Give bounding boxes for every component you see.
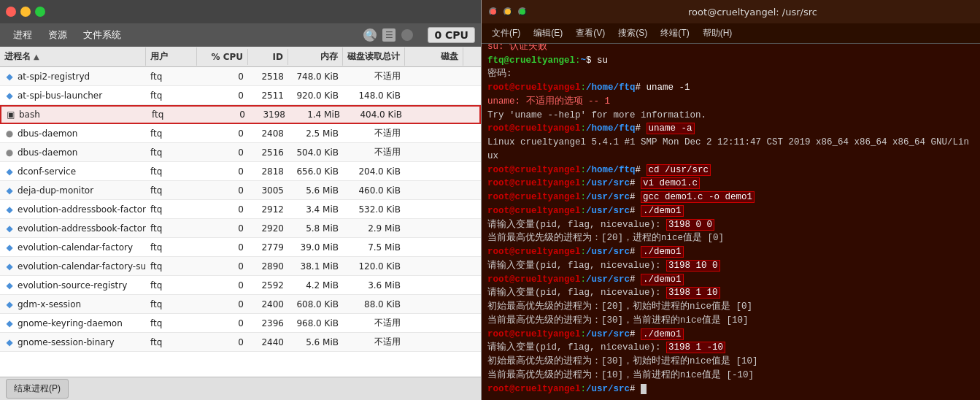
process-manager-panel: 进程 资源 文件系统 🔍 ☰ 0 CPU 进程名 ▲ 用户 % CPU ID 内…	[0, 0, 482, 400]
cpu-badge-container: 0 CPU	[422, 27, 475, 43]
td-id: 3005	[248, 184, 288, 197]
table-row[interactable]: ◆ deja-dup-monitor ftq 0 3005 5.6 MiB 46…	[0, 181, 481, 200]
term-command-highlight: ./demo1	[641, 328, 684, 340]
terminal-line: root@crueltyangel:/usr/src# ./demo1	[487, 245, 974, 259]
menu-filesystem[interactable]: 文件系统	[76, 26, 128, 45]
cpu-badge: 0 CPU	[428, 27, 475, 43]
col-header-user[interactable]: 用户	[146, 47, 197, 66]
term-menu-help[interactable]: 帮助(H)	[697, 26, 738, 41]
td-diskr: 532.0 KiB	[343, 203, 405, 216]
table-row[interactable]: ◆ evolution-calendar-factory-sub ftq 0 2…	[0, 257, 481, 276]
terminal-body[interactable]: 密码:su: 认证失败ftq@crueltyangel:~$ su密码:root…	[482, 44, 980, 400]
col-header-name[interactable]: 进程名 ▲	[0, 47, 146, 66]
process-icon: ◆	[4, 280, 15, 291]
table-row[interactable]: ▣ bash ftq 0 3198 1.4 MiB 404.0 KiB	[0, 105, 481, 124]
minimize-button[interactable]	[20, 7, 31, 17]
process-icon: ◆	[4, 318, 15, 328]
process-name: bash	[19, 109, 40, 120]
table-row[interactable]: ◆ gdm-x-session ftq 0 2400 608.0 KiB 88.…	[0, 295, 481, 314]
menu-process[interactable]: 进程	[6, 26, 39, 45]
term-menu-search[interactable]: 搜索(S)	[612, 26, 653, 41]
td-diskw	[405, 94, 463, 97]
terminal-maximize-button[interactable]	[518, 7, 527, 16]
terminal-minimize-button[interactable]	[503, 7, 512, 16]
terminal-title: root@crueltyangel: /usr/src	[533, 7, 973, 18]
table-row[interactable]: ● dbus-daemon ftq 0 2516 504.0 KiB 不适用	[0, 143, 481, 162]
terminal-line: 初始最高优先级的进程为：[20]，初始时进程的nice值是 [0]	[487, 300, 974, 314]
window-close-icon[interactable]	[401, 29, 413, 41]
td-diskw	[405, 132, 463, 135]
td-diskw	[405, 227, 463, 230]
td-diskw	[405, 151, 463, 154]
td-diskr: 不适用	[343, 126, 405, 141]
left-titlebar	[0, 0, 481, 23]
terminal-line: root@crueltyangel:/home/ftq# uname -a	[487, 122, 974, 136]
term-menu-terminal[interactable]: 终端(T)	[655, 26, 695, 41]
process-icon: ◆	[4, 337, 15, 347]
menu-icon[interactable]: ☰	[382, 28, 396, 42]
table-row[interactable]: ◆ at-spi-bus-launcher ftq 0 2511 920.0 K…	[0, 86, 481, 105]
table-row[interactable]: ◆ gnome-session-binary ftq 0 2440 5.6 Mi…	[0, 333, 481, 352]
td-cpu: 0	[197, 222, 248, 235]
end-process-button[interactable]: 结束进程(P)	[6, 379, 69, 399]
td-id: 2592	[248, 279, 288, 292]
td-diskw	[405, 322, 463, 325]
search-icon[interactable]: 🔍	[363, 28, 377, 42]
td-user: ftq	[146, 260, 197, 273]
close-button[interactable]	[6, 7, 16, 17]
term-menu-view[interactable]: 查看(V)	[570, 26, 611, 41]
td-user: ftq	[146, 70, 197, 83]
table-row[interactable]: ◆ at-spi2-registryd ftq 0 2518 748.0 KiB…	[0, 67, 481, 86]
terminal-line: 请输入变量(pid, flag, nicevalue): 3198 10 0	[487, 259, 974, 273]
terminal-panel: root@crueltyangel: /usr/src 文件(F) 编辑(E) …	[482, 0, 980, 400]
td-diskr: 不适用	[343, 69, 405, 84]
process-icon: ◆	[4, 242, 15, 253]
td-name: ▣ bash	[1, 108, 147, 121]
terminal-line: uname: 不适用的选项 -- 1	[487, 95, 974, 109]
process-table: 进程名 ▲ 用户 % CPU ID 内存 磁盘读取总计 磁盘 ◆ at-spi2…	[0, 47, 481, 377]
term-command-highlight: gcc demo1.c -o demo1	[641, 191, 755, 203]
col-header-mem[interactable]: 内存	[288, 47, 343, 66]
terminal-line: su: 认证失败	[487, 44, 974, 54]
td-name: ◆ dconf-service	[0, 165, 146, 178]
td-mem: 656.0 KiB	[288, 165, 343, 178]
table-row[interactable]: ◆ evolution-source-registry ftq 0 2592 4…	[0, 276, 481, 295]
process-menubar: 进程 资源 文件系统 🔍 ☰ 0 CPU	[0, 23, 481, 47]
td-name: ◆ evolution-addressbook-factory	[0, 203, 146, 216]
td-id: 2440	[248, 336, 288, 349]
maximize-button[interactable]	[35, 7, 45, 17]
td-name: ◆ gdm-x-session	[0, 298, 146, 311]
process-name: evolution-addressbook-factory	[18, 204, 146, 215]
td-user: ftq	[146, 336, 197, 349]
td-mem: 2.5 MiB	[288, 127, 343, 140]
td-diskr: 不适用	[343, 145, 405, 160]
term-menu-edit[interactable]: 编辑(E)	[528, 26, 568, 41]
td-name: ◆ gnome-session-binary	[0, 336, 146, 349]
table-row[interactable]: ◆ evolution-addressbook-factory ftq 0 29…	[0, 200, 481, 219]
col-header-diskw[interactable]: 磁盘	[405, 47, 463, 66]
term-command-highlight: ./demo1	[641, 205, 684, 217]
col-header-cpu[interactable]: % CPU	[197, 49, 248, 65]
col-header-diskr[interactable]: 磁盘读取总计	[343, 47, 405, 66]
table-row[interactable]: ◆ dconf-service ftq 0 2818 656.0 KiB 204…	[0, 162, 481, 181]
td-user: ftq	[146, 317, 197, 330]
col-header-id[interactable]: ID	[248, 49, 288, 65]
td-id: 2396	[248, 317, 288, 330]
term-highlight: 3198 1 -10	[666, 342, 725, 353]
td-diskw	[405, 246, 463, 249]
table-row[interactable]: ● dbus-daemon ftq 0 2408 2.5 MiB 不适用	[0, 124, 481, 143]
terminal-close-button[interactable]	[489, 7, 498, 16]
process-icon: ◆	[4, 72, 15, 82]
terminal-line: root@crueltyangel:/home/ftq# cd /usr/src	[487, 164, 974, 177]
td-mem: 748.0 KiB	[288, 70, 343, 83]
table-row[interactable]: ◆ evolution-calendar-factory ftq 0 2779 …	[0, 238, 481, 257]
table-row[interactable]: ◆ evolution-addressbook-factory ftq 0 29…	[0, 219, 481, 238]
table-row[interactable]: ◆ gnome-keyring-daemon ftq 0 2396 968.0 …	[0, 314, 481, 333]
td-diskr: 460.0 KiB	[343, 184, 405, 197]
term-menu-file[interactable]: 文件(F)	[486, 26, 526, 41]
menu-resource[interactable]: 资源	[41, 26, 74, 45]
term-command-highlight: cd /usr/src	[647, 164, 711, 176]
process-name: gnome-keyring-daemon	[18, 318, 123, 328]
td-id: 2511	[248, 89, 288, 102]
terminal-line: 请输入变量(pid, flag, nicevalue): 3198 1 10	[487, 286, 974, 300]
